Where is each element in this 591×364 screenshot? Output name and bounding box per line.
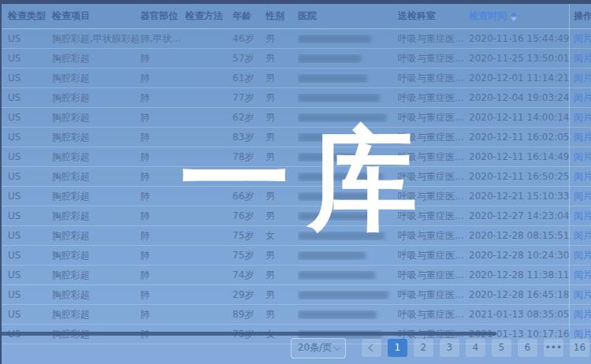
cell-type: US [8, 210, 52, 221]
cell-item: 胸腔彩超 [52, 52, 140, 65]
view-image-link[interactable]: 阅片 [569, 190, 591, 203]
cell-type: US [8, 92, 52, 103]
cell-type: US [8, 72, 52, 84]
cell-age: 61岁 [232, 72, 266, 85]
view-image-link[interactable]: 阅片 [569, 32, 591, 46]
cell-item: 胸腔彩超 [52, 269, 140, 282]
view-image-link[interactable]: 阅片 [569, 269, 591, 282]
cell-gender: 男 [266, 52, 298, 65]
cell-dept: 呼吸与重症医... [398, 210, 469, 223]
table-header: 检查类型 检查项目 器官部位 检查方法 年龄 性别 医院 送检科室 检查时间 操… [0, 4, 591, 29]
view-image-link[interactable]: 阅片 [569, 210, 591, 223]
cell-item: 胸腔彩超 [52, 150, 140, 164]
table-row: US胸腔彩超肺66岁男呼吸与重症医...2020-12-21 15:10:33阅… [0, 187, 591, 206]
cell-gender: 男 [266, 72, 298, 85]
cell-organ: 肺 [140, 190, 185, 203]
left-edge-divider [0, 0, 2, 364]
page-button-3[interactable]: 3 [440, 339, 459, 357]
table-body: US胸腔彩超,甲状腺彩超肺,甲状...46岁男呼吸与重症医...2020-11-… [0, 29, 591, 344]
view-image-link[interactable]: 阅片 [569, 111, 591, 124]
redaction-blur-block [298, 192, 378, 201]
cell-age: 74岁 [232, 269, 266, 282]
chevron-left-icon [369, 344, 377, 352]
hospital-cell-redacted [298, 212, 398, 221]
cell-dept: 呼吸与重症医... [398, 52, 469, 65]
table-row: US胸腔彩超肺29岁男呼吸与重症医...2020-12-28 16:45:18阅… [0, 285, 591, 305]
redaction-blur-block [298, 54, 361, 63]
cell-type: US [8, 33, 52, 44]
cell-time: 2020-12-11 14:00:14 [469, 112, 569, 123]
hospital-cell-redacted [298, 232, 398, 240]
cell-gender: 男 [266, 210, 298, 223]
cell-dept: 呼吸与重症医... [398, 32, 469, 46]
cell-organ: 肺 [140, 52, 185, 65]
table-row: US胸腔彩超肺61岁男呼吸与重症医...2020-12-01 11:14:21阅… [0, 69, 591, 88]
cell-gender: 男 [266, 131, 298, 144]
sort-ascending-icon[interactable] [511, 12, 517, 21]
cell-type: US [8, 112, 52, 123]
view-image-link[interactable]: 阅片 [569, 72, 591, 85]
cell-age: 46岁 [232, 32, 266, 46]
view-image-link[interactable]: 阅片 [569, 150, 591, 164]
cell-dept: 呼吸与重症医... [398, 288, 469, 302]
view-image-link[interactable]: 阅片 [569, 52, 591, 65]
cell-organ: 肺 [140, 269, 185, 282]
column-header-gender: 性别 [266, 9, 298, 23]
table-row: US胸腔彩超,甲状腺彩超肺,甲状...46岁男呼吸与重症医...2020-11-… [0, 29, 591, 49]
redaction-blur-block [298, 133, 374, 142]
cell-item: 胸腔彩超 [52, 131, 140, 144]
cell-organ: 肺,甲状... [140, 32, 185, 46]
cell-item: 胸腔彩超 [52, 210, 140, 223]
cell-time: 2020-12-11 16:02:05 [469, 132, 569, 143]
view-image-link[interactable]: 阅片 [569, 131, 591, 144]
cell-item: 胸腔彩超 [52, 308, 140, 321]
cell-organ: 肺 [140, 91, 185, 105]
pagination-bar: 20条/页 1 2 3 4 5 6 ••• 16 [0, 334, 589, 362]
table-row: US胸腔彩超肺62岁男呼吸与重症医...2020-12-11 14:00:14阅… [0, 108, 591, 128]
cell-time: 2021-01-13 08:35:05 [469, 309, 569, 320]
page-button-5[interactable]: 5 [492, 339, 511, 357]
cell-dept: 呼吸与重症医... [398, 150, 469, 164]
cell-gender: 男 [266, 150, 298, 164]
view-image-link[interactable]: 阅片 [569, 288, 591, 302]
column-header-exam-time-sortable[interactable]: 检查时间 [469, 9, 569, 23]
cell-age: 57岁 [232, 52, 266, 65]
hospital-cell-redacted [298, 74, 398, 83]
column-header-exam-time-label: 检查时间 [469, 9, 507, 23]
view-image-link[interactable]: 阅片 [569, 170, 591, 184]
view-image-link[interactable]: 阅片 [569, 229, 591, 243]
hospital-cell-redacted [298, 310, 398, 319]
cell-dept: 呼吸与重症医... [398, 308, 469, 321]
table-row: US胸腔彩超肺89岁男呼吸与重症医...2021-01-13 08:35:05阅… [0, 305, 591, 325]
view-image-link[interactable]: 阅片 [569, 308, 591, 321]
cell-time: 2020-12-28 08:15:51 [469, 230, 569, 241]
more-pages-ellipsis[interactable]: ••• [544, 339, 563, 357]
hospital-cell-redacted [298, 271, 398, 280]
view-image-link[interactable]: 阅片 [569, 91, 591, 105]
cell-gender: 女 [266, 170, 298, 184]
hospital-cell-redacted [298, 173, 398, 181]
redaction-blur-block [298, 74, 367, 83]
cell-gender: 男 [266, 269, 298, 282]
page-button-2[interactable]: 2 [414, 339, 433, 357]
cell-organ: 肺 [140, 150, 185, 164]
cell-age: 78岁 [232, 150, 266, 164]
page-button-16[interactable]: 16 [570, 339, 589, 357]
page-button-6[interactable]: 6 [518, 339, 537, 357]
cell-dept: 呼吸与重症医... [398, 249, 469, 262]
redaction-blur-block [298, 35, 371, 43]
page-size-select[interactable]: 20条/页 [291, 338, 346, 358]
prev-page-button[interactable] [362, 339, 381, 357]
cell-type: US [8, 191, 52, 202]
table-row: US胸腔彩超肺75岁男呼吸与重症医...2020-12-28 10:24:30阅… [0, 246, 591, 266]
cell-age: 77岁 [232, 91, 266, 105]
cell-organ: 肺 [140, 111, 185, 124]
page-button-4[interactable]: 4 [466, 339, 485, 357]
cell-age: 29岁 [232, 288, 266, 302]
hospital-cell-redacted [298, 35, 398, 43]
view-image-link[interactable]: 阅片 [569, 249, 591, 262]
cell-dept: 呼吸与重症医... [398, 190, 469, 203]
page-button-1[interactable]: 1 [388, 339, 407, 357]
redaction-blur-block [298, 251, 366, 260]
cell-gender: 男 [266, 308, 298, 321]
